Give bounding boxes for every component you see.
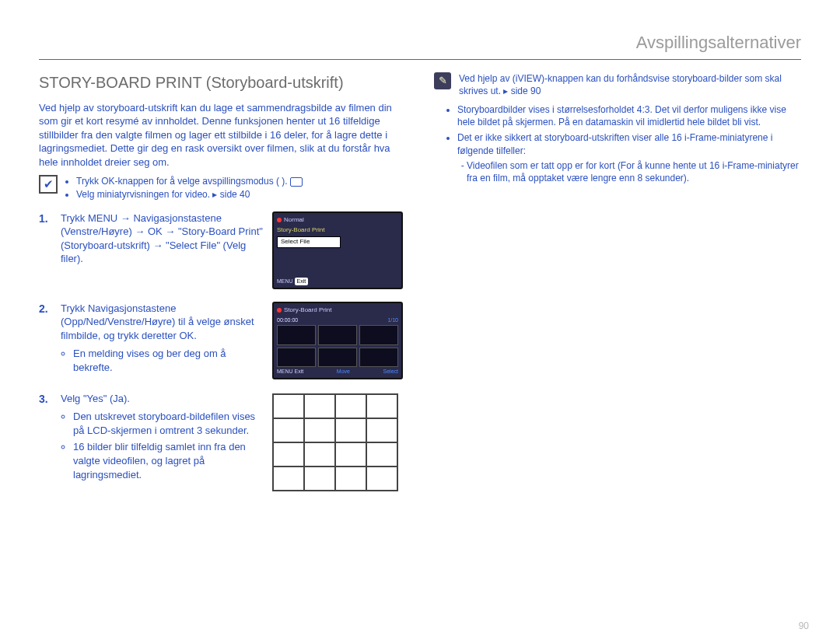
lcd-screenshot-1: Normal Story-Board Print Select File MEN… (272, 211, 403, 289)
right-note-item: Det er ikke sikkert at storyboard-utskri… (457, 131, 801, 184)
step-text: Trykk MENU → Navigasjonstastene (Venstre… (61, 211, 263, 289)
step-sub-bullet: 16 bilder blir tilfeldig samlet inn fra … (73, 440, 263, 481)
select-file-row: Select File (277, 236, 341, 248)
right-notes-list: Storyboardbilder vises i størrelsesforho… (434, 103, 801, 184)
step-text: Trykk Navigasjonstastene (Opp/Ned/Venstr… (61, 302, 263, 379)
pencil-note: ✎ Ved hjelp av (iVIEW)-knappen kan du fo… (434, 72, 801, 97)
page-header-title: Avspillingsalternativer (39, 31, 801, 60)
pencil-icon: ✎ (434, 72, 451, 89)
storyboard-grid-output (272, 393, 398, 491)
step-number: 3. (39, 392, 51, 491)
prerequisite-note: ✔ Trykk OK-knappen for å velge avspillin… (39, 175, 411, 200)
checkbox-icon: ✔ (39, 175, 58, 194)
right-note-item: Storyboardbilder vises i størrelsesforho… (457, 103, 801, 128)
main-title: STORY-BOARD PRINT (Storyboard-utskrift) (39, 72, 411, 93)
pre-note-item: Velg miniatyrvisningen for video. ▸ side… (76, 188, 303, 201)
step-sub-bullet: En melding vises og ber deg om å bekreft… (73, 347, 263, 374)
mode-key-icon (290, 177, 303, 187)
right-sub-note-item: Videofilen som er tatt opp er for kort (… (467, 159, 801, 184)
step-sub-bullet: Den utskrevet storyboard-bildefilen vise… (73, 410, 263, 437)
step-number: 2. (39, 302, 51, 379)
intro-paragraph: Ved hjelp av storyboard-utskrift kan du … (39, 101, 411, 169)
step-text: Velg "Yes" (Ja). Den utskrevet storyboar… (61, 392, 263, 491)
step-number: 1. (39, 211, 51, 289)
lcd-screenshot-2: Story-Board Print 00:00:00 1/10 MENU Exi… (272, 302, 403, 379)
pre-note-item: Trykk OK-knappen for å velge avspillings… (76, 175, 303, 187)
